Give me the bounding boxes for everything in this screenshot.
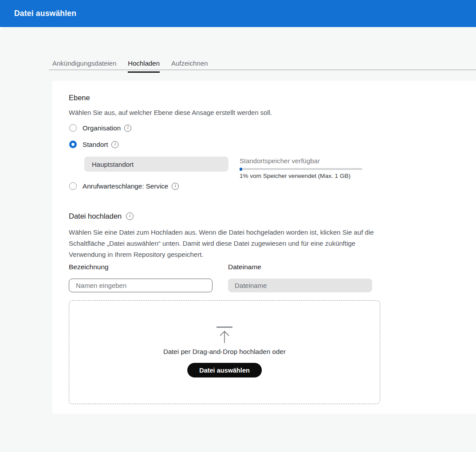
info-icon[interactable]: i [124, 125, 131, 132]
radio-circle-icon [69, 124, 77, 132]
location-select-value: Hauptstandort [92, 161, 134, 168]
upload-section-title: Datei hochladen [69, 212, 122, 220]
storage-progress-track [240, 168, 362, 170]
info-icon[interactable]: i [111, 141, 118, 148]
name-field-label: Bezeichnung [69, 263, 109, 271]
radio-organisation[interactable]: Organisation i [69, 124, 131, 132]
file-select-dialog: Datei auswählen Ankündigungsdateien Hoch… [0, 0, 476, 452]
radio-circle-icon [69, 182, 77, 190]
info-icon[interactable]: i [126, 212, 134, 220]
radio-standort-label: Standort [83, 141, 108, 148]
upload-panel: Ebene Wählen Sie aus, auf welcher Ebene … [52, 81, 476, 414]
filename-input [228, 279, 372, 292]
name-input[interactable] [69, 279, 212, 292]
storage-progress-fill [240, 168, 242, 171]
filename-field-label: Dateiname [228, 263, 261, 271]
level-section-description: Wählen Sie aus, auf welcher Ebene diese … [69, 109, 272, 116]
storage-usage-text: 1% vom Speicher verwendet (Max. 1 GB) [240, 173, 362, 179]
dropzone-text: Datei per Drag-and-Drop hochladen oder [69, 348, 380, 355]
upload-section-description: Wählen Sie eine Datei zum Hochladen aus.… [69, 227, 379, 260]
tab-bar: Ankündigungsdateien Hochladen Aufzeichne… [52, 59, 208, 73]
upload-section-title-row: Datei hochladen i [69, 212, 134, 220]
level-section-title: Ebene [69, 94, 90, 102]
storage-label: Standortspeicher verfügbar [240, 157, 362, 165]
tab-upload[interactable]: Hochladen [128, 59, 160, 73]
radio-call-queue[interactable]: Anrufwarteschlange: Service i [69, 182, 179, 190]
info-icon[interactable]: i [172, 183, 179, 190]
radio-circle-icon [69, 141, 77, 148]
choose-file-button[interactable]: Datei auswählen [187, 363, 262, 377]
upload-arrow-icon [216, 326, 233, 344]
file-dropzone[interactable]: Datei per Drag-and-Drop hochladen oder D… [69, 300, 380, 404]
storage-indicator: Standortspeicher verfügbar 1% vom Speich… [240, 157, 362, 179]
dialog-titlebar: Datei auswählen [0, 0, 476, 27]
radio-organisation-label: Organisation [83, 124, 121, 132]
dialog-title: Datei auswählen [14, 9, 76, 18]
location-select[interactable]: Hauptstandort [84, 157, 228, 172]
radio-call-queue-label: Anrufwarteschlange: Service [83, 182, 168, 190]
tab-record[interactable]: Aufzeichnen [171, 59, 208, 73]
radio-standort[interactable]: Standort i [69, 141, 118, 148]
tab-announcement-files[interactable]: Ankündigungsdateien [52, 59, 116, 73]
